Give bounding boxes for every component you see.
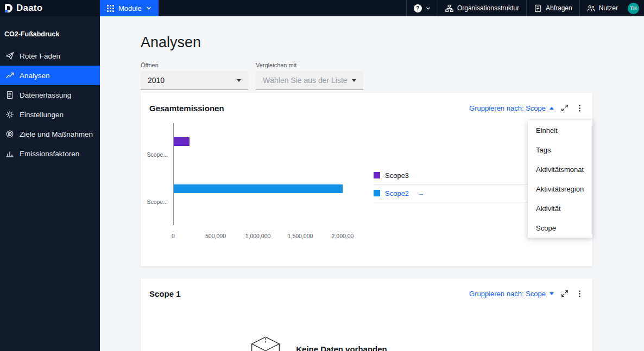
topbar-spacer xyxy=(159,0,406,16)
factors-bars-icon xyxy=(5,149,14,158)
module-button-label: Module xyxy=(118,4,142,12)
sidebar-item-emissionsfaktoren[interactable]: Emissionsfaktoren xyxy=(0,144,100,163)
arrow-right-icon: → xyxy=(417,189,424,197)
sidebar-item-label: Datenerfassung xyxy=(20,91,71,99)
compare-select-value: Wählen Sie aus der Liste a... xyxy=(263,76,348,85)
users-icon xyxy=(587,4,595,12)
y-axis-label: Scope... xyxy=(149,178,173,225)
bar-scope3 xyxy=(174,137,190,146)
daato-logo-icon xyxy=(5,4,12,12)
nav-label: Abfragen xyxy=(546,4,572,12)
y-axis-label: Scope... xyxy=(149,131,173,178)
nav-abfragen[interactable]: Abfragen xyxy=(526,0,579,16)
nav-label: Organisationsstruktur xyxy=(457,4,519,12)
help-menu[interactable]: ? xyxy=(406,0,438,16)
menu-item-aktivitaetsmonat[interactable]: Aktivitätsmonat xyxy=(528,159,592,179)
menu-item-tags[interactable]: Tags xyxy=(528,140,592,159)
filter-compare: Vergleichen mit Wählen Sie aus der Liste… xyxy=(256,62,363,90)
sidebar-item-ziele-und-massnahmen[interactable]: Ziele und Maßnahmen xyxy=(0,124,100,144)
x-tick: 500,000 xyxy=(205,233,226,239)
year-select[interactable]: 2010 xyxy=(141,71,248,90)
sidebar-item-label: Emissionsfaktoren xyxy=(20,150,79,158)
filter-bar: Öffnen 2010 Vergleichen mit Wählen Sie a… xyxy=(141,62,592,90)
paper-plane-icon xyxy=(5,52,14,60)
menu-item-aktivitaetsregion[interactable]: Aktivitätsregion xyxy=(528,179,592,199)
card-scope1: Scope 1 Gruppieren nach: Scope Ke xyxy=(141,278,592,351)
menu-item-einheit[interactable]: Einheit xyxy=(528,120,592,140)
legend-swatch-scope2 xyxy=(374,190,380,196)
clipboard-icon xyxy=(5,91,14,99)
empty-state: Keine Daten vorhanden xyxy=(149,335,584,351)
group-by-label: Gruppieren nach: Scope xyxy=(469,104,546,112)
card-title: Gesamtemissionen xyxy=(149,104,224,113)
bar-row-scope3 xyxy=(174,131,343,178)
maximize-icon xyxy=(561,290,569,297)
legend-label: Scope3 xyxy=(385,171,409,180)
x-axis-ticks: 0 500,000 1,000,000 1,500,000 2,000,00 xyxy=(173,233,343,241)
group-by-label: Gruppieren nach: Scope xyxy=(469,290,546,298)
expand-button[interactable] xyxy=(561,290,569,297)
kebab-icon xyxy=(576,290,584,298)
empty-state-text: Keine Daten vorhanden xyxy=(296,344,387,351)
analytics-icon xyxy=(5,71,14,80)
compare-select[interactable]: Wählen Sie aus der Liste a... xyxy=(256,71,363,90)
org-structure-icon xyxy=(445,4,453,12)
sidebar-item-label: Analysen xyxy=(20,72,50,80)
nav-label: Nutzer xyxy=(599,4,618,12)
page-title: Analysen xyxy=(141,34,592,51)
topbar-right: ? Organisationsstruktur Abfragen Nutzer … xyxy=(406,0,644,16)
sidebar-nav: Roter Faden Analysen Datenerfassung Eins… xyxy=(0,46,100,163)
target-icon xyxy=(5,130,14,138)
legend-label-link[interactable]: Scope2 xyxy=(385,189,409,197)
logo-text: Daato xyxy=(16,3,42,14)
year-select-value: 2010 xyxy=(148,76,165,85)
x-tick: 0 xyxy=(172,233,175,239)
topbar: Daato Module ? Organisationsstruktur Abf… xyxy=(0,0,644,16)
sidebar-item-roter-faden[interactable]: Roter Faden xyxy=(0,46,100,66)
chevron-down-icon xyxy=(146,6,151,10)
help-icon: ? xyxy=(414,4,422,12)
menu-item-scope[interactable]: Scope xyxy=(528,218,592,238)
emissions-bar-chart: Scope... Scope... 0 500,000 xyxy=(149,123,584,241)
grid-icon xyxy=(107,5,114,12)
overflow-menu-button[interactable] xyxy=(576,290,584,298)
query-document-icon xyxy=(534,4,542,12)
x-tick: 1,500,000 xyxy=(288,233,313,239)
maximize-icon xyxy=(561,104,569,112)
filter-open: Öffnen 2010 xyxy=(141,62,248,90)
sidebar-item-datenerfassung[interactable]: Datenerfassung xyxy=(0,85,100,105)
sidebar-item-label: Einstellungen xyxy=(20,111,64,119)
module-button[interactable]: Module xyxy=(100,0,159,16)
filter-label: Vergleichen mit xyxy=(256,62,363,69)
chevron-down-icon xyxy=(550,292,554,295)
nav-nutzer[interactable]: Nutzer xyxy=(579,0,625,16)
legend-swatch-scope3 xyxy=(374,172,380,178)
sidebar-item-label: Ziele und Maßnahmen xyxy=(20,130,93,138)
expand-button[interactable] xyxy=(561,104,569,112)
empty-cube-icon xyxy=(249,335,282,351)
card-title: Scope 1 xyxy=(149,289,181,298)
group-by-dropdown[interactable]: Gruppieren nach: Scope xyxy=(469,290,554,298)
y-axis: Scope... Scope... xyxy=(149,123,173,241)
chevron-down-icon xyxy=(237,79,241,82)
chevron-down-icon xyxy=(352,79,356,82)
sidebar: CO2-Fußabdruck Roter Faden Analysen Date… xyxy=(0,16,100,351)
bar-row-scope2 xyxy=(174,178,343,225)
app-logo[interactable]: Daato xyxy=(0,0,100,16)
user-avatar[interactable]: TH xyxy=(628,3,639,14)
main-content: Analysen Öffnen 2010 Vergleichen mit Wäh… xyxy=(100,16,644,351)
x-tick: 2,000,00 xyxy=(332,233,354,239)
plot-area: 0 500,000 1,000,000 1,500,000 2,000,00 xyxy=(173,123,343,241)
chevron-down-icon xyxy=(426,7,431,10)
bar-scope2 xyxy=(174,184,343,193)
group-by-dropdown[interactable]: Gruppieren nach: Scope xyxy=(469,104,554,112)
group-by-menu: Einheit Tags Aktivitätsmonat Aktivitätsr… xyxy=(528,120,592,238)
sidebar-item-analysen[interactable]: Analysen xyxy=(0,66,100,85)
card-gesamtemissionen: Gesamtemissionen Gruppieren nach: Scope xyxy=(141,93,592,266)
overflow-menu-button[interactable] xyxy=(576,104,584,112)
nav-organisationsstruktur[interactable]: Organisationsstruktur xyxy=(438,0,526,16)
sidebar-item-einstellungen[interactable]: Einstellungen xyxy=(0,105,100,124)
menu-item-aktivitaet[interactable]: Aktivität xyxy=(528,199,592,218)
x-tick: 1,000,000 xyxy=(245,233,271,239)
filter-label: Öffnen xyxy=(141,62,248,69)
